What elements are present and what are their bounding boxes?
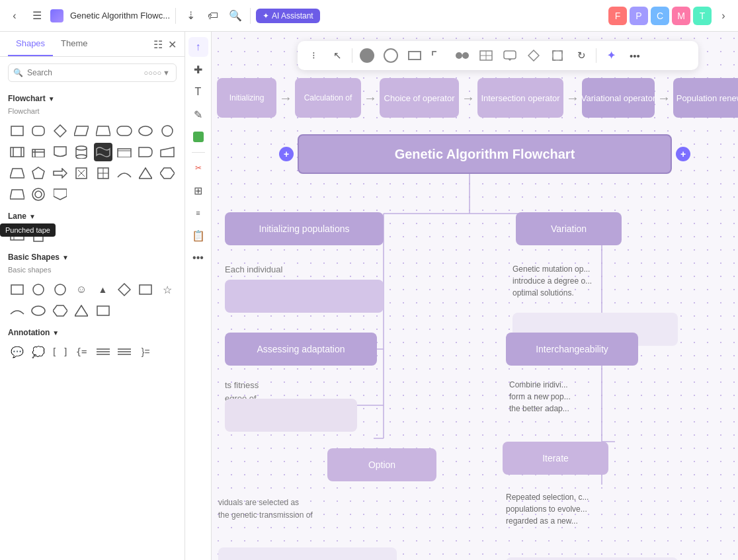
filter-icon[interactable]: ☷ <box>153 38 163 50</box>
shape-basic-diamond2[interactable] <box>115 280 134 299</box>
shape-lane-v[interactable] <box>29 226 48 245</box>
ct-undo[interactable]: ↻ <box>571 45 592 66</box>
shape-diamond[interactable] <box>51 122 69 140</box>
shape-thought-bubble[interactable]: 💭 <box>29 342 48 361</box>
shape-manual-input[interactable] <box>158 143 177 161</box>
shape-concentric[interactable] <box>29 185 48 204</box>
shape-arrow[interactable] <box>51 164 69 182</box>
shape-stadium[interactable] <box>115 122 134 140</box>
toolbar-table[interactable]: ⊞ <box>188 180 208 200</box>
close-icon[interactable]: ✕ <box>168 38 177 50</box>
shape-punched-tape[interactable] <box>94 143 112 161</box>
node-option[interactable]: Option <box>327 448 436 481</box>
shape-lane-h[interactable] <box>8 226 26 245</box>
ct-move[interactable]: ⁝ <box>303 45 324 66</box>
shape-basic-spiral[interactable]: ▲ <box>94 280 112 299</box>
shape-arc[interactable] <box>115 164 134 182</box>
shape-pentagon[interactable] <box>29 164 48 182</box>
shape-lines[interactable] <box>94 342 112 361</box>
ct-merge[interactable] <box>452 45 473 66</box>
flow-node-calculation[interactable]: Calculation of <box>295 78 361 118</box>
shape-basic-rect2[interactable] <box>136 280 155 299</box>
shape-delay[interactable] <box>136 143 155 161</box>
shape-basic-ellipse2[interactable] <box>29 301 48 320</box>
ct-corner-rect[interactable] <box>428 45 449 66</box>
toolbar-color[interactable] <box>188 127 208 147</box>
node-iterate[interactable]: Iterate <box>503 442 608 475</box>
shape-brace[interactable]: {= <box>72 342 91 361</box>
shape-document[interactable] <box>51 143 69 161</box>
toolbar-frame[interactable]: ✚ <box>188 60 208 79</box>
ct-ai[interactable]: ✦ <box>600 45 622 66</box>
flow-node-intersection[interactable]: Intersection operator <box>477 78 563 118</box>
toolbar-text[interactable]: T <box>188 82 208 102</box>
flow-node-variational[interactable]: Variational operator <box>582 78 655 118</box>
ct-expand[interactable] <box>547 45 568 66</box>
ct-pointer[interactable]: ↖ <box>327 45 348 66</box>
flow-node-choice[interactable]: Choice of operator <box>380 78 459 118</box>
ct-chat[interactable] <box>499 45 520 66</box>
node-initializing-populations[interactable]: Initializing populations <box>225 212 384 245</box>
shape-hexagon[interactable] <box>158 164 177 182</box>
tab-shapes[interactable]: Shapes <box>8 32 53 56</box>
shape-basic-triangle2[interactable] <box>72 301 91 320</box>
flow-node-initializing[interactable]: Initializing <box>217 78 276 118</box>
ct-circle[interactable] <box>380 45 401 66</box>
section-lane[interactable]: Lane ▼ <box>0 206 184 223</box>
shape-basic-rect[interactable] <box>8 280 26 299</box>
flow-node-population[interactable]: Population renewal <box>673 78 738 118</box>
ct-diamond[interactable] <box>523 45 544 66</box>
diagram-title-box[interactable]: + Genetic Algorithm Flowchart + <box>298 134 672 174</box>
node-assessing-adaptation[interactable]: Assessing adaptation <box>225 333 377 366</box>
toolbar-list[interactable]: ≡ <box>188 203 208 223</box>
shape-basic-star[interactable]: ☆ <box>158 280 177 299</box>
shape-sum[interactable] <box>72 164 91 182</box>
shape-trapezoid[interactable] <box>94 122 112 140</box>
app-icon-1[interactable]: F <box>608 7 627 25</box>
back-button[interactable]: ‹ <box>5 7 24 25</box>
shape-or[interactable] <box>94 164 112 182</box>
menu-button[interactable]: ☰ <box>28 7 46 25</box>
ct-table[interactable] <box>475 45 497 66</box>
toolbar-select[interactable]: ↑ <box>188 37 208 57</box>
ct-more[interactable]: ••• <box>624 45 645 66</box>
download-button[interactable]: ⇣ <box>181 7 200 25</box>
shape-basic-hexagon2[interactable] <box>51 301 69 320</box>
shape-basic-circle2[interactable] <box>51 280 69 299</box>
title-plus-left[interactable]: + <box>279 147 294 161</box>
ai-assistant-button[interactable]: ✦ AI Assistant <box>256 9 320 23</box>
ct-rect[interactable] <box>404 45 425 66</box>
section-flowchart[interactable]: Flowchart ▼ <box>0 89 184 106</box>
shape-manual-op[interactable] <box>8 185 26 204</box>
tab-theme[interactable]: Theme <box>53 32 95 56</box>
ct-fill-circle[interactable] <box>356 45 378 66</box>
shape-bracket[interactable]: [ ] <box>51 342 69 361</box>
more-apps-button[interactable]: › <box>714 7 733 25</box>
shape-parallelogram[interactable] <box>72 122 91 140</box>
app-icon-4[interactable]: M <box>672 7 690 25</box>
shape-card[interactable] <box>115 143 134 161</box>
search-button[interactable]: 🔍 <box>226 7 245 25</box>
shape-basic-smile[interactable]: ☺ <box>72 280 91 299</box>
section-basic-shapes[interactable]: Basic Shapes ▼ <box>0 247 184 264</box>
app-icon-5[interactable]: T <box>693 7 712 25</box>
shape-lines2[interactable] <box>115 342 134 361</box>
shape-brace2[interactable]: }= <box>136 342 155 361</box>
shape-offpage[interactable] <box>51 185 69 204</box>
shape-basic-circle[interactable] <box>29 280 48 299</box>
tag-button[interactable]: 🏷 <box>204 7 222 25</box>
app-icon-3[interactable]: C <box>651 7 669 25</box>
node-interchangeability[interactable]: Interchangeability <box>506 333 638 366</box>
shape-process[interactable] <box>8 143 26 161</box>
shape-triangle[interactable] <box>136 164 155 182</box>
node-variation[interactable]: Variation <box>516 212 622 245</box>
toolbar-cut[interactable]: ✂ <box>188 158 208 178</box>
title-plus-right[interactable]: + <box>676 147 690 161</box>
app-icon-2[interactable]: P <box>630 7 648 25</box>
shape-speech-bubble[interactable]: 💬 <box>8 342 26 361</box>
shape-basic-arc[interactable] <box>8 301 26 320</box>
shape-circle[interactable] <box>158 122 177 140</box>
shape-ellipse[interactable] <box>136 122 155 140</box>
shape-selector[interactable]: ○○○○▼ <box>144 69 170 77</box>
node-each-individual[interactable] <box>225 280 384 313</box>
